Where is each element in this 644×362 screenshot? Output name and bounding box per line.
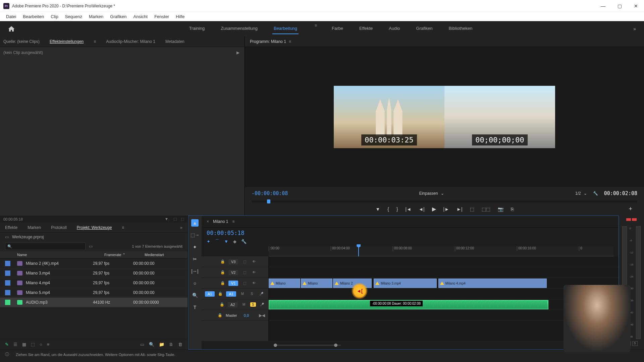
voiceover-icon[interactable]: 🎤 [259, 303, 265, 306]
delete-button[interactable]: 🗑 [178, 342, 182, 347]
toggle-output-icon[interactable]: ⬚ [241, 270, 248, 274]
razor-tool[interactable]: ✂ [191, 255, 199, 263]
col-name-header[interactable]: Name [17, 253, 104, 257]
filter-icon[interactable]: ▼. [165, 217, 169, 221]
in-point-icon[interactable]: { [387, 206, 389, 212]
project-row[interactable]: AUDIO.mp344100 Hz00:00:00:0000 [0, 298, 187, 307]
eye-icon[interactable]: 👁 [251, 270, 257, 274]
project-row[interactable]: Milano 4.mp429,97 fps00:00:00:00 [0, 278, 187, 288]
source-tab[interactable]: Quelle: (keine Clips) [3, 39, 40, 44]
track-header-v3[interactable]: 🔒V3⬚👁 [202, 256, 268, 267]
toggle-output-icon[interactable]: ⬚ [241, 281, 248, 285]
program-menu-icon[interactable]: ≡ [289, 39, 291, 44]
tab-menu-icon[interactable]: ≡ [122, 225, 124, 230]
menu-sequenz[interactable]: Sequenz [62, 13, 86, 20]
project-tab[interactable]: Protokoll [51, 225, 67, 230]
lock-icon[interactable]: 🔒 [218, 292, 223, 296]
workspace-tab-effekte[interactable]: Effekte [358, 23, 374, 34]
sort-up-icon[interactable]: ⌃ [122, 253, 125, 257]
menu-ansicht[interactable]: Ansicht [130, 13, 151, 20]
workspace-tab-bearbeitung[interactable]: Bearbeitung [272, 23, 299, 34]
timeline-ruler[interactable]: :00:0000:00:04:0000:00:08:0000:00:12:000… [269, 246, 613, 256]
project-row[interactable]: Milano 3.mp429,97 fps00:00:00:00 [0, 268, 187, 278]
bin-icon[interactable]: ▭ [5, 235, 9, 239]
track-v3[interactable] [269, 256, 619, 267]
track-header-a2[interactable]: 🔒A2MS🎤 [202, 299, 268, 310]
pen-tool[interactable]: ○ [191, 280, 199, 287]
icon-view-icon[interactable]: ▦ [22, 342, 26, 347]
new-item-icon[interactable]: ✎ [5, 342, 9, 347]
source-tab[interactable]: Metadaten [165, 39, 184, 44]
zoom-dropdown[interactable]: 1/2 [575, 191, 581, 196]
search-input[interactable]: 🔍 [5, 243, 86, 250]
workspace-tab-training[interactable]: Training [188, 23, 206, 34]
hand-tool[interactable]: 🔍 [191, 292, 199, 299]
menu-fenster[interactable]: Fenster [151, 13, 172, 20]
workspace-tab-farbe[interactable]: Farbe [330, 23, 344, 34]
out-point-icon[interactable]: } [396, 206, 398, 212]
snap-icon[interactable]: ✦ [207, 239, 210, 244]
wrench-icon[interactable]: 🔧 [593, 191, 598, 196]
project-row[interactable]: Milano 5.mp429,97 fps00:00:00:00 [0, 288, 187, 298]
workspace-tab-bibliotheken[interactable]: Bibliotheken [447, 23, 474, 34]
goto-out-button[interactable]: ►| [457, 206, 463, 212]
new-bin-icon[interactable]: ▭ [89, 244, 93, 249]
video-clip[interactable]: Milano 3.mp4 [374, 279, 437, 288]
timeline-timecode[interactable]: 00:00:05:18 [207, 230, 245, 236]
menu-datei[interactable]: Datei [3, 13, 19, 20]
home-button[interactable] [7, 24, 16, 34]
expand-arrow-icon[interactable]: ▶ [236, 50, 239, 55]
solo-right[interactable]: S [632, 341, 638, 346]
program-monitor[interactable]: 00:00:03:25 00;00;00;00 [245, 47, 644, 187]
settings-marker-icon[interactable]: ◆ [233, 239, 236, 244]
export-frame-button[interactable]: ⎘ [511, 206, 514, 212]
panel-overflow-icon[interactable]: » [180, 225, 182, 230]
zoom-slider-icon[interactable]: ○ [40, 342, 42, 347]
new-bin-button[interactable]: 📁 [159, 342, 164, 347]
solo-button[interactable]: S [250, 302, 256, 307]
step-forward-button[interactable]: |► [443, 206, 449, 212]
type-tool[interactable]: T [191, 304, 199, 311]
ripple-tool[interactable]: ✦ [191, 243, 199, 251]
sequence-menu-icon[interactable]: ≡ [232, 219, 234, 224]
source-tab[interactable]: Audioclip-Mischer: Milano 1 [106, 39, 155, 44]
selection-tool[interactable]: ▲ [191, 219, 199, 227]
toggle-output-icon[interactable]: ⬚ [241, 260, 248, 263]
fit-dropdown[interactable]: Einpassen [419, 191, 438, 196]
close-tab-icon[interactable]: × [207, 219, 209, 224]
automate-icon[interactable]: ▭ [140, 342, 144, 347]
workspace-menu-icon[interactable]: ≡ [315, 23, 317, 34]
marker-icon[interactable]: ▼ [375, 206, 380, 212]
chevron-down-icon[interactable]: ⌄ [584, 191, 587, 196]
menu-grafiken[interactable]: Grafiken [107, 13, 130, 20]
track-header-v2[interactable]: 🔒V2⬚👁 [202, 267, 268, 278]
slip-tool[interactable]: |↔| [191, 267, 199, 275]
step-back-button[interactable]: ◄| [419, 206, 425, 212]
menu-hilfe[interactable]: Hilfe [172, 13, 188, 20]
wrench-settings-icon[interactable]: 🔧 [241, 239, 247, 244]
project-tab[interactable]: Projekt: Werkzeuge [77, 225, 112, 230]
video-clip[interactable]: Milano [301, 279, 332, 288]
eye-icon[interactable]: 👁 [251, 281, 257, 285]
menu-bearbeiten[interactable]: Bearbeiten [19, 13, 47, 20]
expand-icon[interactable]: ▶◀ [259, 313, 265, 318]
insert-icon[interactable]: ⬚ [173, 217, 177, 221]
mute-button[interactable]: M [239, 292, 246, 296]
maximize-button[interactable]: ▢ [615, 2, 625, 10]
workspace-tab-grafiken[interactable]: Grafiken [415, 23, 434, 34]
menu-clip[interactable]: Clip [47, 13, 61, 20]
source-tab[interactable]: Effekteinstellungen [50, 39, 84, 44]
source-a1[interactable]: A1 [205, 291, 215, 297]
project-row[interactable]: Milano 2 (4K).mp429,97 fps00:00:00:00 [0, 259, 187, 268]
track-v2[interactable] [269, 267, 619, 278]
workspace-tab-zusammenstellung[interactable]: Zusammenstellung [219, 23, 259, 34]
track-header-a1[interactable]: A1🔒A1MS🎤 [202, 289, 268, 299]
add-button[interactable]: + [629, 205, 632, 213]
lock-icon[interactable]: 🔒 [218, 313, 222, 317]
workspace-overflow-button[interactable]: » [632, 25, 637, 33]
eye-icon[interactable]: 👁 [251, 260, 257, 263]
play-button[interactable]: ▶ [432, 206, 436, 212]
lift-button[interactable]: ⬚ [470, 206, 474, 212]
lock-icon[interactable]: 🔒 [220, 302, 224, 307]
lock-icon[interactable]: 🔒 [220, 259, 225, 264]
